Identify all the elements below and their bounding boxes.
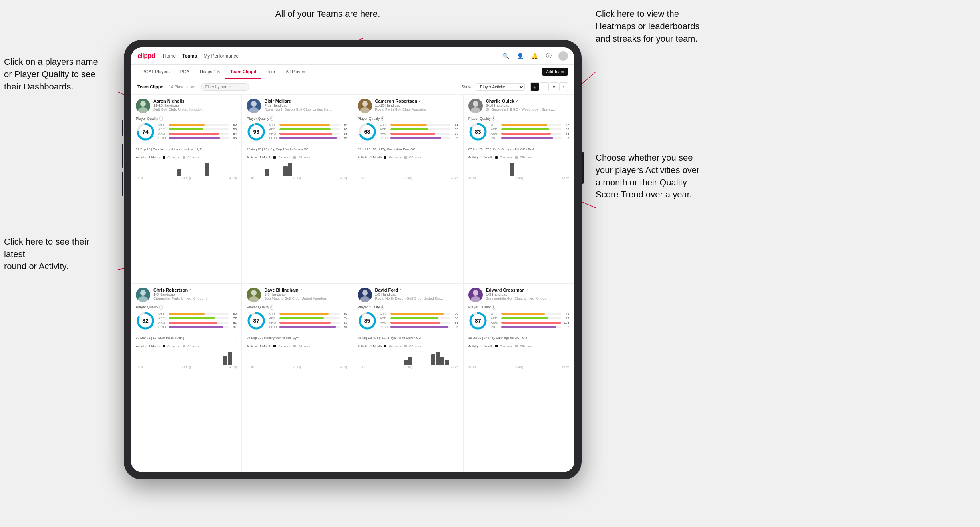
svg-point-38 (471, 296, 480, 302)
donut-chart[interactable]: 93 (247, 122, 266, 141)
add-team-button[interactable]: Add Team (542, 68, 568, 76)
quality-label[interactable]: Player Quality i (136, 116, 237, 121)
quality-label[interactable]: Player Quality i (468, 305, 569, 310)
stat-row-arg: ARG 75 (380, 132, 458, 135)
stat-row-arg: ARG 85 (269, 321, 347, 324)
tab-pgat-players[interactable]: PGAT Players (137, 65, 175, 79)
recent-round[interactable]: 19 Jul 23 | 74 (+4), Sunningdale GC - Ol… (468, 334, 569, 340)
bell-icon[interactable]: 🔔 (530, 51, 539, 61)
activity-section: Activity · 1 Month On course Off course … (247, 153, 347, 181)
quality-info-icon[interactable]: i (159, 305, 163, 310)
quality-info-icon[interactable]: i (381, 305, 384, 310)
ipad-screen: clippd Home Teams My Performance 🔍 👤 🔔 ⓘ… (131, 47, 574, 472)
recent-round[interactable]: 26 Aug 23 | 73 (+1), Royal North Devon G… (247, 145, 347, 151)
player-card: David Ford ✓ 1-5 Handicap Royal North De… (353, 284, 464, 473)
activity-chart[interactable]: 31 Jul 21 Aug 4 Sep (247, 350, 347, 370)
activity-chart[interactable]: 31 Jul 21 Aug 4 Sep (358, 161, 458, 181)
quality-content: 87 OTT 82 APP 74 ARG 85 PUTT 94 (247, 311, 347, 330)
donut-chart[interactable]: 74 (136, 122, 155, 141)
stat-row-ott: OTT 77 (491, 123, 569, 127)
activity-chart[interactable]: 31 Jul 21 Aug 4 Sep (136, 161, 237, 181)
quality-label[interactable]: Player Quality i (468, 116, 569, 121)
activity-chart[interactable]: 31 Jul 21 Aug 4 Sep (468, 161, 569, 181)
activity-chart[interactable]: 31 Jul 21 Aug 4 Sep (136, 350, 237, 370)
donut-chart[interactable]: 87 (468, 311, 488, 330)
grid-view-btn[interactable]: ⊞ (530, 82, 539, 91)
sort-btn[interactable]: ↕ (559, 82, 568, 91)
tab-all-players[interactable]: All Players (281, 65, 311, 79)
team-search-input[interactable] (201, 83, 249, 91)
quality-label[interactable]: Player Quality i (358, 116, 458, 121)
quality-label[interactable]: Player Quality i (247, 305, 347, 310)
player-name[interactable]: Edward Crossman (486, 288, 525, 292)
nav-logo[interactable]: clippd (137, 52, 155, 60)
player-avatar (358, 288, 372, 302)
recent-round-text: 26 Aug 23 | 84 (+12), Royal North Devon … (358, 336, 455, 340)
quality-info-icon[interactable]: i (492, 116, 495, 121)
activity-title: Activity · 1 Month (358, 155, 382, 159)
player-name[interactable]: Dave Billingham (264, 288, 299, 292)
player-name[interactable]: Aaron Nicholls (153, 99, 185, 103)
player-name[interactable]: Blair McHarg (264, 99, 291, 103)
arrow-right-icon: → (455, 336, 458, 340)
donut-chart[interactable]: 68 (358, 122, 377, 141)
nav-my-performance[interactable]: My Performance (203, 53, 239, 59)
player-name[interactable]: Charlie Quick (486, 99, 514, 103)
recent-round[interactable]: 03 Mar 23 | 19, Must make putting → (136, 334, 237, 340)
quality-info-icon[interactable]: i (270, 116, 273, 121)
player-card: Charlie Quick ✓ 6-10 Handicap St. George… (464, 95, 574, 284)
team-title: Team Clippd (137, 84, 163, 89)
verified-icon: ✓ (526, 288, 528, 292)
player-info: Edward Crossman ✓ 1-5 Handicap Sunningda… (486, 288, 569, 300)
search-icon[interactable]: 🔍 (501, 51, 510, 61)
stat-row-app: APP 58 (158, 127, 237, 131)
activity-chart[interactable]: 31 Jul 21 Aug 4 Sep (358, 350, 458, 370)
quality-info-icon[interactable]: i (381, 116, 384, 121)
info-icon[interactable]: ⓘ (544, 51, 554, 61)
donut-chart[interactable]: 87 (247, 311, 266, 330)
quality-score: 85 (364, 318, 370, 324)
tab-team-clippd[interactable]: Team Clippd (225, 65, 261, 79)
donut-chart[interactable]: 82 (136, 311, 155, 330)
recent-round[interactable]: 07 Aug 23 | 77 (+7), St George's Hill GC… (468, 145, 569, 151)
legend-offcourse-label: Off course (520, 156, 533, 159)
activity-chart[interactable]: 31 Jul 21 Aug 4 Sep (247, 161, 347, 181)
activity-chart[interactable]: 31 Jul 21 Aug 4 Sep (468, 350, 569, 370)
list-view-btn[interactable]: ☰ (540, 82, 549, 91)
donut-chart[interactable]: 85 (358, 311, 377, 330)
tab-hcaps[interactable]: Hcaps 1-5 (195, 65, 225, 79)
donut-chart[interactable]: 83 (468, 122, 488, 141)
avatar-icon[interactable] (558, 51, 568, 61)
player-name[interactable]: Cameron Robertson (375, 99, 418, 103)
edit-icon[interactable]: ✏ (191, 84, 195, 89)
quality-info-icon[interactable]: i (492, 305, 495, 310)
legend-offcourse-label: Off course (187, 345, 200, 348)
player-card-header: Chris Robertson ✓ 1-5 Handicap Craigmill… (136, 288, 237, 302)
nav-home[interactable]: Home (163, 53, 176, 59)
player-name[interactable]: David Ford (375, 288, 398, 292)
quality-info-icon[interactable]: i (159, 116, 163, 121)
recent-round[interactable]: 02 Sep 23 | Sunrise round to get back in… (136, 145, 237, 151)
tab-pga[interactable]: PGA (175, 65, 194, 79)
player-info: David Ford ✓ 1-5 Handicap Royal North De… (375, 288, 458, 300)
tab-tour[interactable]: Tour (262, 65, 280, 79)
stat-row-ott: OTT 61 (380, 123, 458, 127)
recent-round[interactable]: 04 Sep 23 | Mobility with coach, Gym → (247, 334, 347, 340)
person-icon[interactable]: 👤 (515, 51, 525, 61)
activity-title: Activity · 1 Month (136, 155, 160, 159)
legend-offcourse (183, 345, 185, 347)
legend-offcourse-label: Off course (298, 156, 311, 159)
nav-teams[interactable]: Teams (182, 53, 197, 59)
show-select[interactable]: Player Activity Quality Score Trend (476, 83, 525, 91)
player-info: Chris Robertson ✓ 1-5 Handicap Craigmill… (153, 288, 237, 300)
team-header: Team Clippd | 14 Players ✏ Show: Player … (131, 79, 574, 95)
svg-point-33 (362, 290, 368, 296)
filter-btn[interactable]: ▼ (550, 82, 558, 91)
quality-label[interactable]: Player Quality i (136, 305, 237, 310)
quality-info-icon[interactable]: i (270, 305, 273, 310)
recent-round[interactable]: 26 Aug 23 | 84 (+12), Royal North Devon … (358, 334, 458, 340)
quality-label[interactable]: Player Quality i (247, 116, 347, 121)
quality-label[interactable]: Player Quality i (358, 305, 458, 310)
recent-round[interactable]: 02 Jul 23 | 59 (+17), Craigmillar Park G… (358, 145, 458, 151)
player-name[interactable]: Chris Robertson (153, 288, 188, 292)
